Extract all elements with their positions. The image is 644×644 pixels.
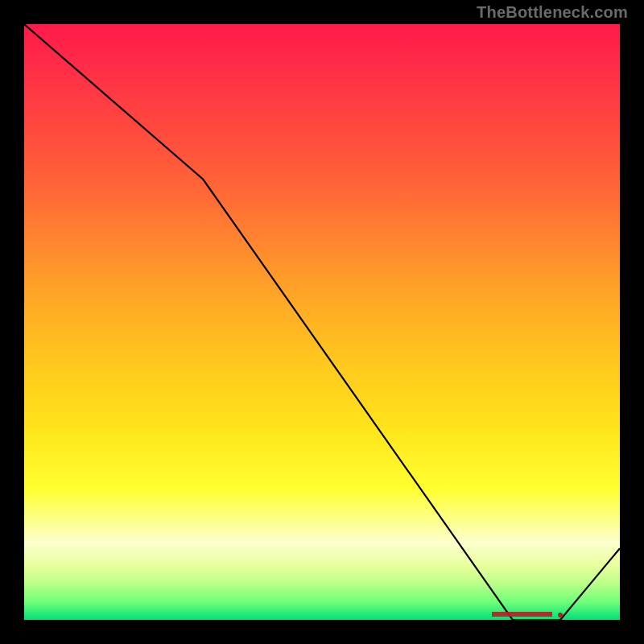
chart-svg [24, 24, 620, 620]
chart-frame: TheBottleneck.com [0, 0, 644, 644]
annotation-dot [558, 613, 563, 617]
line-series [24, 24, 620, 620]
plot-area [24, 24, 620, 620]
watermark-text: TheBottleneck.com [477, 3, 628, 22]
annotation-bar [492, 612, 552, 617]
